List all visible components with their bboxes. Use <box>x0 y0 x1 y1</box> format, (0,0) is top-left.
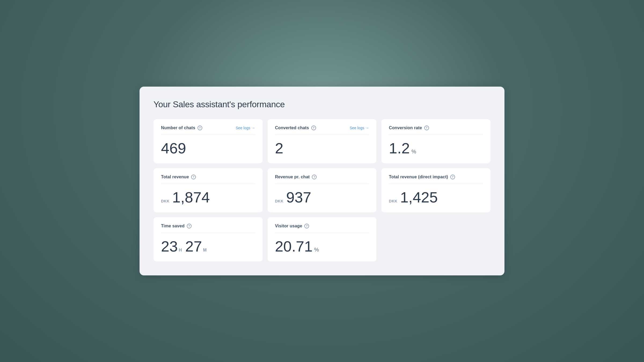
metric-tile-empty <box>381 217 491 261</box>
help-icon-converted-chats[interactable]: ? <box>311 125 316 130</box>
help-icon-total-revenue-direct[interactable]: ? <box>450 175 455 179</box>
metric-value-revenue-pr-chat: 937 <box>286 190 311 205</box>
hours-label: H <box>179 248 182 253</box>
metric-value-area-total-revenue-direct: DKK 1,425 <box>389 184 483 205</box>
metric-value-area-number-of-chats: 469 <box>161 135 255 156</box>
help-icon-conversion-rate[interactable]: ? <box>424 125 429 130</box>
metric-tile-visitor-usage: Visitor usage ? 20.71 % <box>268 217 377 261</box>
metric-tile-conversion-rate: Conversion rate ? 1.2 % <box>381 119 491 163</box>
metric-value-total-revenue: 1,874 <box>172 190 210 205</box>
metric-value-minutes: 27 <box>185 239 202 254</box>
help-icon-visitor-usage[interactable]: ? <box>304 224 309 228</box>
metric-tile-converted-chats: Converted chats ? See logs → 2 <box>268 119 377 163</box>
metric-tile-revenue-pr-chat: Revenue pr. chat ? DKK 937 <box>268 168 377 212</box>
metric-value-hours: 23 <box>161 239 178 254</box>
metric-value-area-visitor-usage: 20.71 % <box>275 233 369 254</box>
metric-header: Converted chats ? See logs → <box>275 125 369 135</box>
metric-value-area-revenue-pr-chat: DKK 937 <box>275 184 369 205</box>
metric-unit-visitor-usage: % <box>314 247 319 253</box>
page-title: Your Sales assistant's performance <box>153 99 491 109</box>
metric-currency-total-revenue: DKK <box>161 199 170 203</box>
metric-header-left: Converted chats ? <box>275 125 316 130</box>
metric-header-left: Number of chats ? <box>161 125 202 130</box>
metric-header: Number of chats ? See logs → <box>161 125 255 135</box>
metric-header: Time saved ? <box>161 224 255 233</box>
metric-label-total-revenue-direct: Total revenue (direct impact) <box>389 175 448 179</box>
metric-tile-total-revenue: Total revenue ? DKK 1,874 <box>153 168 263 212</box>
help-icon-total-revenue[interactable]: ? <box>191 175 196 179</box>
metric-header-left: Revenue pr. chat ? <box>275 175 317 179</box>
metric-tile-time-saved: Time saved ? 23 H 27 M <box>153 217 263 261</box>
dashboard-container: Your Sales assistant's performance Numbe… <box>140 87 504 275</box>
help-icon-revenue-pr-chat[interactable]: ? <box>312 175 317 179</box>
metric-currency-revenue-pr-chat: DKK <box>275 199 284 203</box>
metric-header: Conversion rate ? <box>389 125 483 135</box>
metric-value-visitor-usage: 20.71 <box>275 239 313 254</box>
metric-header-left: Visitor usage ? <box>275 224 309 228</box>
see-logs-link-converted-chats[interactable]: See logs → <box>350 126 369 130</box>
see-logs-link-number-of-chats[interactable]: See logs → <box>236 126 255 130</box>
metric-header-left: Conversion rate ? <box>389 125 429 130</box>
metric-label-total-revenue: Total revenue <box>161 175 189 179</box>
help-icon-time-saved[interactable]: ? <box>187 224 192 228</box>
metric-value-total-revenue-direct: 1,425 <box>400 190 438 205</box>
minutes-label: M <box>203 248 207 253</box>
time-minutes-group: 27 M <box>185 239 207 254</box>
help-icon-number-of-chats[interactable]: ? <box>197 125 202 130</box>
metric-value-area-time-saved: 23 H 27 M <box>161 233 255 254</box>
metric-value-conversion-rate: 1.2 <box>389 141 410 156</box>
metric-value-converted-chats: 2 <box>275 141 283 156</box>
metric-header-left: Total revenue (direct impact) ? <box>389 175 455 179</box>
metric-currency-total-revenue-direct: DKK <box>389 199 397 203</box>
metric-tile-total-revenue-direct: Total revenue (direct impact) ? DKK 1,42… <box>381 168 491 212</box>
metric-label-visitor-usage: Visitor usage <box>275 224 302 228</box>
metric-label-number-of-chats: Number of chats <box>161 125 195 130</box>
time-hours-group: 23 H <box>161 239 182 254</box>
metric-value-area-total-revenue: DKK 1,874 <box>161 184 255 205</box>
metric-label-conversion-rate: Conversion rate <box>389 125 422 130</box>
metric-label-time-saved: Time saved <box>161 224 185 228</box>
metrics-grid: Number of chats ? See logs → 469 Convert… <box>153 119 491 261</box>
metric-value-area-converted-chats: 2 <box>275 135 369 156</box>
metric-header: Revenue pr. chat ? <box>275 175 369 184</box>
metric-label-revenue-pr-chat: Revenue pr. chat <box>275 175 310 179</box>
metric-label-converted-chats: Converted chats <box>275 125 309 130</box>
metric-header: Visitor usage ? <box>275 224 369 233</box>
metric-header: Total revenue ? <box>161 175 255 184</box>
metric-header: Total revenue (direct impact) ? <box>389 175 483 184</box>
metric-tile-number-of-chats: Number of chats ? See logs → 469 <box>153 119 263 163</box>
metric-value-area-conversion-rate: 1.2 % <box>389 135 483 156</box>
metric-header-left: Total revenue ? <box>161 175 196 179</box>
metric-value-number-of-chats: 469 <box>161 141 186 156</box>
metric-header-left: Time saved ? <box>161 224 192 228</box>
metric-unit-conversion-rate: % <box>411 149 416 155</box>
